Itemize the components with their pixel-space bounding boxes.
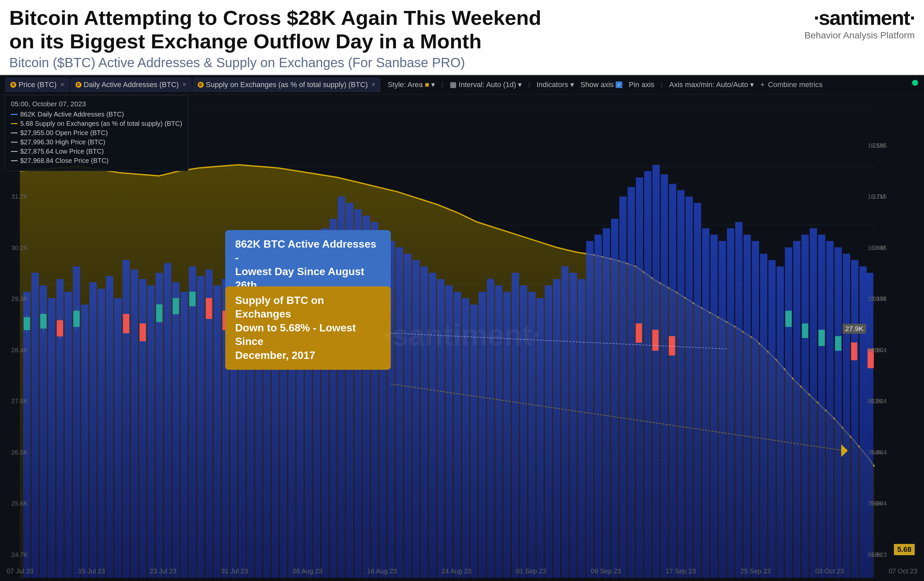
svg-rect-56: [404, 253, 411, 578]
legend-label-4: $27,875.64 Low Price (BTC): [20, 148, 104, 155]
y-left-6: 26.5K: [11, 449, 28, 456]
toolbar: B Price (BTC) × B Daily Active Addresses…: [0, 75, 924, 95]
indicators-control[interactable]: Indicators ▾: [536, 81, 574, 89]
show-axis-label: Show axis: [581, 81, 614, 89]
annotation-blue-text: 862K BTC Active Addresses - Lowest Day S…: [235, 238, 376, 291]
tab-price[interactable]: B Price (BTC) ×: [5, 78, 69, 92]
y-right-7: 5.694: [871, 500, 887, 507]
svg-rect-75: [561, 266, 569, 578]
y-left-5: 27.5K: [11, 398, 28, 405]
legend-row-5: $27,968.84 Close Price (BTC): [11, 157, 182, 165]
pin-axis-label: Pin axis: [629, 81, 654, 89]
pin-axis-control[interactable]: Pin axis: [629, 81, 654, 89]
svg-rect-84: [636, 178, 643, 578]
svg-rect-18: [89, 282, 97, 578]
svg-rect-67: [495, 285, 502, 578]
style-chevron: ▾: [431, 81, 435, 89]
svg-rect-30: [189, 266, 196, 578]
svg-rect-63: [462, 298, 469, 578]
svg-rect-79: [594, 234, 602, 578]
tab-supply[interactable]: B Supply on Exchanges (as % of total sup…: [193, 78, 381, 92]
svg-rect-65: [478, 292, 486, 578]
y-right-1: 6.115: [871, 193, 887, 200]
style-control[interactable]: Style: Area ■ ▾: [388, 81, 435, 89]
status-dot: [912, 80, 918, 86]
svg-rect-111: [860, 266, 867, 578]
svg-rect-95: [727, 228, 734, 578]
y-right-8: 5.623: [871, 551, 887, 558]
y-right-6: 5.764: [871, 449, 887, 456]
legend-row-4: $27,875.64 Low Price (BTC): [11, 148, 182, 155]
y-right-4: 5.904: [871, 347, 887, 354]
svg-rect-91: [694, 202, 701, 578]
svg-rect-28: [172, 282, 180, 578]
logo-area: ·santiment· Behavior Analysis Platform: [802, 6, 915, 41]
combine-plus-icon: +: [761, 81, 765, 89]
svg-rect-78: [586, 241, 594, 578]
svg-rect-83: [628, 187, 635, 578]
legend-row-3: $27,996.30 High Price (BTC): [11, 138, 182, 146]
x-label-1: 15 Jul 23: [78, 568, 105, 575]
x-label-3: 31 Jul 23: [221, 568, 248, 575]
svg-rect-88: [669, 184, 676, 578]
svg-rect-120: [173, 298, 179, 314]
svg-rect-129: [140, 323, 146, 341]
svg-rect-76: [570, 273, 577, 578]
combine-button[interactable]: + Combine metrics: [761, 81, 823, 89]
close-tab-addr[interactable]: ×: [183, 81, 186, 88]
svg-rect-138: [851, 342, 857, 360]
svg-rect-122: [785, 311, 792, 327]
svg-rect-68: [503, 292, 511, 578]
chart-area: B Price (BTC) × B Daily Active Addresses…: [0, 75, 924, 581]
interval-chevron: ▾: [518, 81, 521, 89]
legend-row-0: 862K Daily Active Addresses (BTC): [11, 110, 182, 118]
svg-rect-61: [446, 285, 453, 578]
interval-control[interactable]: ▦ Interval: Auto (1d) ▾: [450, 81, 522, 89]
show-axis-control[interactable]: Show axis ✓: [581, 81, 622, 89]
svg-rect-110: [851, 260, 858, 578]
svg-rect-23: [131, 270, 138, 578]
y-right-2: 6.045: [871, 244, 887, 252]
y-axis-left: 32.1K 31.2K 30.2K 29.3K 28.4K 27.5K 26.5…: [0, 140, 30, 560]
logo-tagline: Behavior Analysis Platform: [804, 30, 915, 41]
tab-dot-supply: B: [198, 82, 204, 88]
svg-rect-92: [702, 228, 710, 578]
svg-rect-19: [98, 288, 105, 578]
svg-rect-62: [454, 292, 461, 578]
tab-label-supply: Supply on Exchanges (as % of total suppl…: [206, 81, 368, 89]
svg-rect-11: [31, 273, 39, 578]
chart-body: 862K BTC Active Addresses - Lowest Day S…: [0, 108, 924, 578]
tab-active-addr[interactable]: B Daily Active Addresses (BTC) ×: [71, 78, 191, 92]
svg-rect-89: [677, 190, 685, 578]
close-tab-price[interactable]: ×: [60, 81, 64, 88]
show-axis-checkbox[interactable]: ✓: [615, 81, 622, 88]
x-axis: 07 Jul 23 15 Jul 23 23 Jul 23 31 Jul 23 …: [0, 568, 924, 575]
y-right-0: 6.185: [871, 142, 887, 149]
annotation-gold: Supply of BTC on Exchanges Down to 5.68%…: [225, 286, 391, 370]
header-left: Bitcoin Attempting to Cross $28K Again T…: [9, 6, 802, 70]
close-tab-supply[interactable]: ×: [371, 81, 376, 88]
svg-rect-123: [802, 323, 808, 338]
style-swatch: ■: [425, 81, 429, 89]
tab-label-addr: Daily Active Addresses (BTC): [84, 81, 179, 89]
svg-rect-121: [190, 292, 195, 306]
x-label-12: 07 Oct 23: [889, 568, 917, 575]
sep1: |: [441, 81, 443, 88]
svg-rect-125: [835, 336, 841, 350]
svg-rect-58: [421, 266, 428, 578]
axis-max-control[interactable]: Axis max/min: Auto/Auto ▾: [669, 81, 754, 89]
x-label-11: 03 Oct 23: [815, 568, 844, 575]
svg-rect-77: [578, 279, 585, 578]
svg-rect-21: [114, 298, 122, 578]
toolbar-controls: Style: Area ■ ▾ | ▦ Interval: Auto (1d) …: [388, 81, 822, 89]
legend-dash-1: [11, 123, 18, 124]
svg-rect-69: [512, 273, 519, 578]
x-label-0: 07 Jul 23: [7, 568, 33, 575]
svg-rect-74: [553, 279, 560, 578]
y-left-4: 28.4K: [11, 347, 28, 354]
legend-label-1: 5.68 Supply on Exchanges (as % of total …: [20, 120, 182, 127]
svg-rect-102: [785, 247, 792, 578]
indicators-label: Indicators: [536, 81, 568, 89]
axis-max-chevron: ▾: [750, 81, 754, 89]
axis-max-label: Axis max/min: Auto/Auto: [669, 81, 748, 89]
